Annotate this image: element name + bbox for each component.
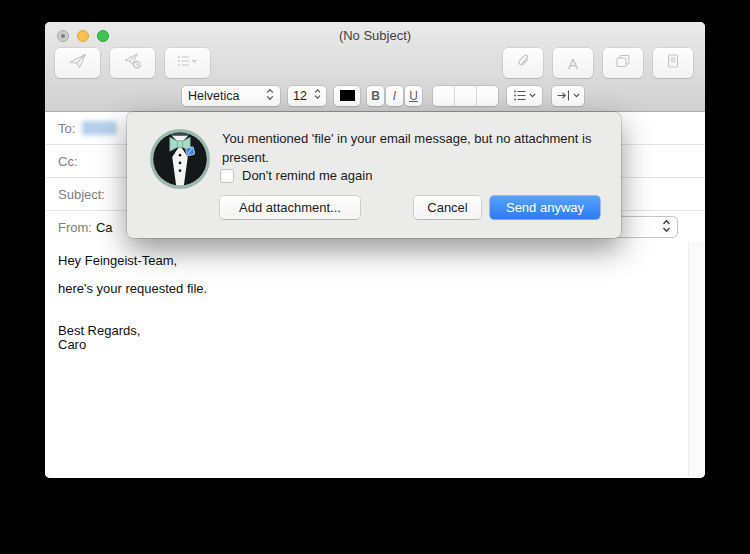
window-title: (No Subject) xyxy=(45,22,705,50)
message-body-editor[interactable]: Hey Feingeist-Team, here's your requeste… xyxy=(45,242,705,478)
scrollbar-track[interactable] xyxy=(688,242,704,477)
paperclip-icon xyxy=(515,53,531,73)
photo-browser-icon xyxy=(615,53,631,73)
chevron-down-icon xyxy=(573,93,580,98)
list-style-button[interactable] xyxy=(507,86,542,106)
minimize-button[interactable] xyxy=(77,30,89,42)
dont-remind-row: Don't remind me again xyxy=(220,168,372,183)
text-color-well[interactable] xyxy=(334,86,360,106)
dialog-message: You mentioned 'file' in your email messa… xyxy=(222,130,614,167)
align-right-icon xyxy=(481,90,494,101)
align-right-button[interactable] xyxy=(476,86,498,106)
color-swatch-black xyxy=(340,90,355,101)
photo-browser-button[interactable] xyxy=(603,48,643,78)
dialog-buttons: Add attachment... Cancel Send anyway xyxy=(220,196,600,219)
stationery-icon xyxy=(665,53,681,73)
italic-button[interactable]: I xyxy=(386,86,403,106)
send-anyway-button[interactable]: Send anyway xyxy=(490,196,600,219)
chevron-down-icon xyxy=(529,93,536,98)
indent-button[interactable] xyxy=(552,86,584,106)
tuxedo-avatar-icon xyxy=(149,128,211,190)
desktop-background: (No Subject) xyxy=(0,0,750,554)
font-family-select[interactable]: Helvetica xyxy=(182,86,280,106)
zoom-button[interactable] xyxy=(97,30,109,42)
attachment-reminder-dialog: You mentioned 'file' in your email messa… xyxy=(127,112,621,238)
bullet-list-icon xyxy=(514,90,526,101)
toolbar: A xyxy=(55,47,693,79)
font-size-value: 12 xyxy=(293,89,307,103)
subject-label: Subject: xyxy=(58,187,105,202)
compose-window: (No Subject) xyxy=(45,22,705,478)
window-chrome: (No Subject) xyxy=(45,22,705,112)
stepper-chevrons-icon xyxy=(266,88,274,104)
font-size-select[interactable]: 12 xyxy=(288,86,326,106)
dont-remind-label: Don't remind me again xyxy=(242,168,372,183)
bullet-list-chevron-icon xyxy=(177,54,198,72)
stepper-chevrons-icon xyxy=(314,88,321,103)
to-label: To: xyxy=(58,121,75,136)
cancel-button[interactable]: Cancel xyxy=(414,196,481,219)
font-family-value: Helvetica xyxy=(188,89,239,103)
titlebar[interactable]: (No Subject) xyxy=(45,22,705,48)
cc-label: Cc: xyxy=(58,154,78,169)
send-later-button[interactable] xyxy=(110,48,155,78)
from-label: From: xyxy=(58,220,92,235)
recipient-token-blurred[interactable] xyxy=(82,121,117,135)
bold-button[interactable]: B xyxy=(367,86,384,106)
stationery-button[interactable] xyxy=(653,48,693,78)
alignment-segmented-control xyxy=(433,86,498,106)
attach-button[interactable] xyxy=(503,48,543,78)
letter-a-icon: A xyxy=(568,55,578,72)
traffic-lights xyxy=(57,30,109,42)
align-left-icon xyxy=(437,90,450,101)
lists-dropdown-button[interactable] xyxy=(165,48,210,78)
stepper-chevrons-icon xyxy=(662,219,671,236)
indent-arrow-icon xyxy=(557,90,570,101)
paper-plane-clock-icon xyxy=(124,53,142,73)
align-center-button[interactable] xyxy=(454,86,476,106)
from-value: Ca xyxy=(96,220,113,235)
message-body-text: Hey Feingeist-Team, here's your requeste… xyxy=(58,254,685,352)
close-button[interactable] xyxy=(57,30,69,42)
format-bar: Helvetica 12 B I U xyxy=(45,80,705,111)
send-button[interactable] xyxy=(55,48,100,78)
dont-remind-checkbox[interactable] xyxy=(220,169,234,183)
paper-plane-icon xyxy=(69,53,87,73)
align-center-icon xyxy=(459,90,472,101)
add-attachment-button[interactable]: Add attachment... xyxy=(220,196,360,219)
align-left-button[interactable] xyxy=(433,86,454,106)
underline-button[interactable]: U xyxy=(405,86,422,106)
format-button[interactable]: A xyxy=(553,48,593,78)
